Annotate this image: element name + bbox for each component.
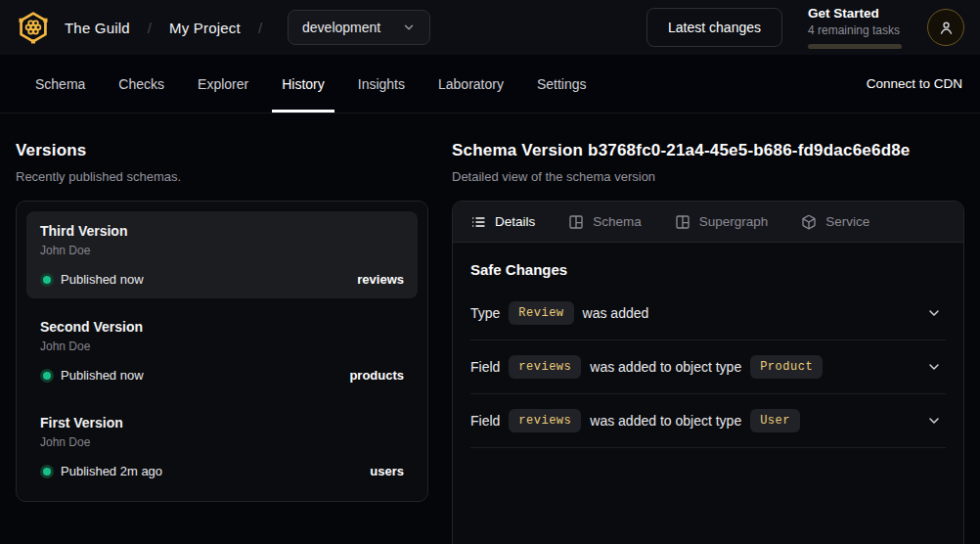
- connect-to-cdn-link[interactable]: Connect to CDN: [843, 55, 964, 113]
- published-status-icon: [43, 276, 51, 284]
- detail-body: Safe Changes TypeReviewwas addedFieldrev…: [453, 243, 963, 448]
- change-badge: Review: [509, 301, 573, 325]
- schema-change-row[interactable]: Fieldreviewswas added to object typeProd…: [470, 340, 946, 394]
- version-list-item[interactable]: First VersionJohn DoePublished 2m agouse…: [26, 403, 418, 490]
- link-icon: [843, 76, 859, 92]
- versions-list: Third VersionJohn DoePublished nowreview…: [16, 201, 428, 502]
- version-meta: Published nowproducts: [40, 368, 404, 383]
- change-badge: reviews: [509, 409, 581, 432]
- environment-select[interactable]: development: [288, 10, 430, 45]
- versions-title: Versions: [16, 141, 428, 160]
- detail-tab-label: Supergraph: [699, 214, 769, 229]
- change-text: was added to object type: [590, 413, 741, 429]
- change-description: Fieldreviewswas added to object typeUser: [470, 409, 800, 432]
- version-meta: Published 2m agousers: [40, 464, 404, 478]
- version-service: users: [370, 464, 404, 478]
- detail-tab-schema[interactable]: Schema: [568, 214, 642, 230]
- nav-tab-settings[interactable]: Settings: [527, 55, 597, 113]
- connect-to-cdn-label: Connect to CDN: [867, 76, 962, 91]
- get-started-title: Get Started: [808, 6, 902, 21]
- change-text: Field: [470, 413, 500, 429]
- chevron-down-icon[interactable]: [926, 413, 942, 429]
- changes-list: TypeReviewwas addedFieldreviewswas added…: [470, 287, 946, 448]
- detail-tab-service[interactable]: Service: [801, 214, 869, 230]
- version-name: Second Version: [40, 319, 404, 335]
- version-name: First Version: [40, 415, 404, 431]
- nav-tab-history[interactable]: History: [272, 55, 334, 113]
- get-started-widget[interactable]: Get Started 4 remaining tasks: [808, 6, 902, 49]
- change-description: Fieldreviewswas added to object typeProd…: [470, 355, 823, 379]
- cube-icon: [801, 214, 817, 230]
- version-status: Published now: [61, 272, 144, 287]
- version-status: Published now: [61, 368, 144, 383]
- schema-change-row[interactable]: TypeReviewwas added: [470, 287, 946, 340]
- schema-change-row[interactable]: Fieldreviewswas added to object typeUser: [470, 394, 946, 448]
- nav-tabs: SchemaChecksExplorerHistoryInsightsLabor…: [25, 55, 597, 113]
- version-service: products: [349, 368, 404, 383]
- version-detail-column: Schema Version b3768fc0-21a4-45e5-b686-f…: [452, 141, 964, 544]
- user-avatar[interactable]: [927, 9, 964, 46]
- change-text: Field: [470, 359, 500, 375]
- version-status: Published 2m ago: [61, 464, 162, 478]
- notification-dot: [776, 5, 784, 14]
- detail-tab-label: Details: [495, 214, 535, 229]
- versions-column: Versions Recently published schemas. Thi…: [16, 141, 428, 544]
- main-content: Versions Recently published schemas. Thi…: [0, 113, 980, 544]
- published-status-icon: [43, 372, 51, 380]
- nav-tab-explorer[interactable]: Explorer: [188, 55, 258, 113]
- hive-logo-icon[interactable]: [16, 10, 51, 45]
- version-author: John Doe: [40, 340, 404, 353]
- change-description: TypeReviewwas added: [470, 301, 648, 325]
- change-badge: Product: [750, 355, 823, 379]
- change-text: was added: [583, 305, 649, 321]
- detail-tab-label: Schema: [593, 214, 642, 229]
- chevron-down-icon[interactable]: [926, 359, 942, 375]
- nav-tab-laboratory[interactable]: Laboratory: [428, 55, 513, 113]
- breadcrumb-project[interactable]: My Project: [169, 20, 241, 36]
- version-author: John Doe: [40, 435, 404, 449]
- version-meta: Published nowreviews: [40, 272, 404, 287]
- chevron-down-icon[interactable]: [926, 305, 942, 321]
- change-text: was added to object type: [590, 359, 741, 375]
- user-icon: [938, 20, 955, 36]
- version-service: reviews: [357, 272, 404, 287]
- schema-version-title: Schema Version b3768fc0-21a4-45e5-b686-f…: [452, 141, 964, 160]
- version-author: John Doe: [40, 244, 404, 257]
- version-name: Third Version: [40, 223, 404, 239]
- latest-changes-label: Latest changes: [668, 20, 761, 35]
- detail-tab-label: Service: [825, 214, 869, 229]
- detail-tab-details[interactable]: Details: [470, 214, 535, 230]
- get-started-subtitle: 4 remaining tasks: [808, 23, 902, 37]
- change-badge: reviews: [509, 355, 581, 379]
- panels-icon: [568, 214, 584, 230]
- version-detail-panel: DetailsSchemaSupergraphService Safe Chan…: [452, 201, 964, 544]
- nav-tab-schema[interactable]: Schema: [25, 55, 95, 113]
- get-started-progress-bar: [808, 44, 902, 49]
- breadcrumb-separator: /: [254, 20, 266, 36]
- nav-tab-insights[interactable]: Insights: [348, 55, 415, 113]
- safe-changes-title: Safe Changes: [470, 261, 946, 278]
- app-window: The Guild / My Project / development Lat…: [0, 0, 980, 544]
- panels-icon: [675, 214, 690, 230]
- nav-tab-checks[interactable]: Checks: [109, 55, 174, 113]
- environment-select-value: development: [302, 20, 380, 35]
- breadcrumb-separator: /: [144, 20, 156, 36]
- version-list-item[interactable]: Third VersionJohn DoePublished nowreview…: [26, 211, 418, 298]
- schema-version-subtitle: Detailed view of the schema version: [452, 169, 964, 184]
- change-badge: User: [750, 409, 800, 432]
- detail-tabs: DetailsSchemaSupergraphService: [453, 202, 963, 243]
- get-started-progress-fill: [808, 44, 838, 49]
- header: The Guild / My Project / development Lat…: [0, 0, 980, 55]
- published-status-icon: [43, 468, 51, 476]
- list-icon: [470, 214, 486, 230]
- version-list-item[interactable]: Second VersionJohn DoePublished nowprodu…: [26, 307, 418, 394]
- target-navbar: SchemaChecksExplorerHistoryInsightsLabor…: [0, 55, 980, 113]
- detail-tab-supergraph[interactable]: Supergraph: [675, 214, 769, 230]
- change-text: Type: [470, 305, 500, 321]
- latest-changes-button[interactable]: Latest changes: [646, 8, 782, 47]
- versions-subtitle: Recently published schemas.: [16, 169, 428, 184]
- breadcrumb-org[interactable]: The Guild: [65, 20, 130, 36]
- chevron-down-icon: [402, 21, 416, 34]
